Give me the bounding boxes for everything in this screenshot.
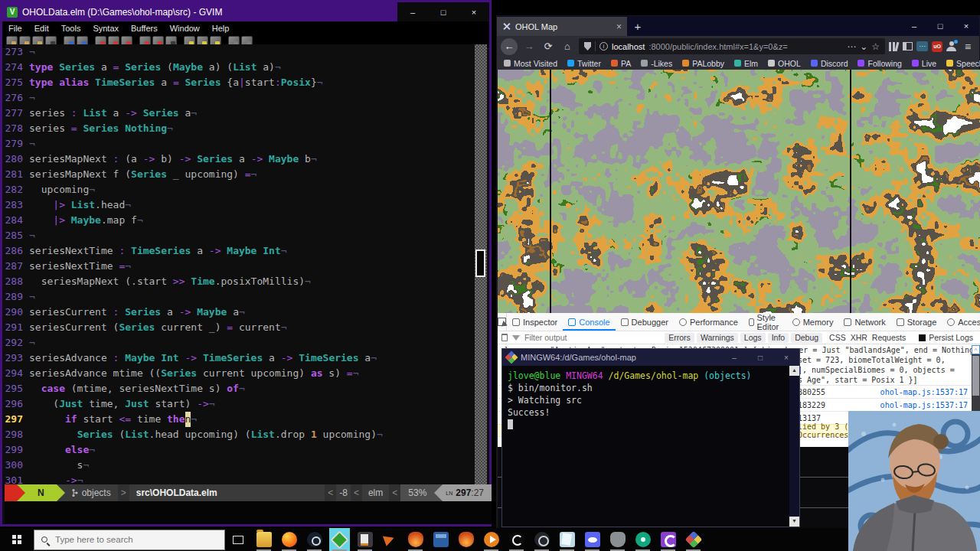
code-line[interactable]: 290seriesCurrent : Series a -> Maybe a¬ — [5, 305, 475, 320]
code-line[interactable]: 282 upcoming¬ — [5, 182, 475, 197]
code-line[interactable]: 273¬ — [5, 44, 475, 60]
account-icon[interactable] — [946, 41, 956, 51]
pick-element-icon[interactable] — [498, 313, 507, 331]
back-button[interactable]: ← — [501, 38, 518, 55]
gvim-text-area[interactable]: 273¬274type Series a = Series (Maybe a) … — [5, 44, 475, 487]
taskbar-app-discord[interactable] — [582, 528, 603, 551]
gvim-maximize-button[interactable]: □ — [428, 2, 459, 21]
filter-debug[interactable]: Debug — [791, 333, 822, 343]
scroll-down-arrow[interactable]: ▼ — [789, 517, 799, 527]
code-line[interactable]: 274type Series a = Series (Maybe a) (Lis… — [5, 60, 475, 75]
terminal-maximize-button[interactable]: □ — [747, 349, 773, 366]
log-source-link[interactable]: ohol-map.js:1537:17 — [880, 388, 968, 396]
code-line[interactable]: 295 case (mtime, seriesNextTime s) of¬ — [5, 381, 475, 396]
taskbar-app-obs[interactable] — [531, 528, 552, 551]
screenshot-addon-icon[interactable]: ⋯ — [916, 41, 928, 51]
devtools-tab-inspector[interactable]: Inspector — [507, 313, 563, 331]
devtools-tab-storage[interactable]: Storage — [891, 313, 942, 331]
code-line[interactable]: 281seriesMapNext f (Series _ upcoming) =… — [5, 167, 475, 182]
bookmark-likes[interactable]: -Likes — [641, 59, 672, 68]
gvim-close-button[interactable]: × — [459, 2, 489, 21]
code-line[interactable]: 300 s¬ — [5, 458, 475, 473]
scroll-up-arrow[interactable]: ▲ — [789, 366, 799, 376]
tab-close-icon[interactable]: × — [616, 21, 622, 32]
menu-syntax[interactable]: Syntax — [87, 24, 125, 33]
devtools-scroll-top-button[interactable]: ˄ — [972, 345, 980, 354]
taskbar-app-pa-flame[interactable] — [405, 528, 426, 551]
filter-logs[interactable]: Logs — [740, 333, 766, 343]
new-tab-button[interactable]: + — [627, 17, 648, 36]
site-info-icon[interactable]: i — [599, 42, 608, 51]
devtools-tab-performance[interactable]: Performance — [674, 313, 743, 331]
home-button[interactable]: ⌂ — [560, 41, 575, 52]
library-icon[interactable] — [889, 42, 899, 51]
menu-window[interactable]: Window — [164, 24, 206, 33]
devtools-tab-memory[interactable]: Memory — [787, 313, 839, 331]
bookmark-discord[interactable]: Discord — [811, 59, 848, 68]
gvim-scrollbar-thumb[interactable] — [475, 249, 485, 277]
bookmark-elm[interactable]: Elm — [734, 59, 758, 68]
bookmark-live[interactable]: Live — [912, 59, 936, 68]
menu-file[interactable]: File — [2, 24, 28, 33]
gvim-scrollbar[interactable] — [475, 44, 487, 487]
filter-warnings[interactable]: Warnings — [697, 333, 738, 343]
code-line[interactable]: 283 |> List.head¬ — [5, 197, 475, 213]
code-line[interactable]: 287seriesNextTime =¬ — [5, 259, 475, 274]
code-line[interactable]: 291seriesCurrent (Series current _) = cu… — [5, 320, 475, 335]
code-line[interactable]: 292¬ — [5, 335, 475, 350]
firefox-close-button[interactable]: × — [953, 16, 979, 36]
taskbar-app-media-player[interactable] — [481, 528, 501, 551]
taskbar-app-steam[interactable] — [304, 528, 325, 551]
taskbar-app-file-explorer[interactable] — [253, 528, 274, 551]
gvim-minimize-button[interactable]: – — [397, 2, 428, 21]
start-button[interactable] — [0, 528, 34, 551]
terminal-scrollbar[interactable]: ▲ ▼ — [789, 366, 799, 527]
code-line[interactable]: 289¬ — [5, 289, 475, 305]
code-line[interactable]: 296 (Just time, Just start) ->¬ — [5, 396, 475, 412]
pocket-icon[interactable]: ⌄ — [860, 41, 867, 52]
bookmark-speechchat[interactable]: SpeechChat — [946, 59, 980, 68]
taskbar-app-notepad[interactable] — [354, 528, 375, 551]
devtools-tab-accessibility[interactable]: Accessibility — [942, 313, 980, 331]
taskbar-app-notes[interactable] — [557, 528, 577, 551]
code-line[interactable]: 298 Series (List.head upcoming) (List.dr… — [5, 427, 475, 442]
terminal-minimize-button[interactable]: – — [721, 349, 747, 366]
bookmark-twitter[interactable]: Twitter — [567, 59, 601, 68]
tracking-shield-icon[interactable] — [584, 42, 591, 51]
map-viewport[interactable] — [498, 70, 980, 313]
search-input[interactable] — [54, 534, 191, 545]
firefox-minimize-button[interactable]: – — [901, 16, 927, 36]
firefox-maximize-button[interactable]: □ — [927, 16, 953, 36]
bookmark-pa[interactable]: PA — [611, 59, 631, 68]
filter-info[interactable]: Info — [768, 333, 789, 343]
taskbar-app-visual-studio[interactable] — [430, 528, 451, 551]
gvim-titlebar[interactable]: V OHOLData.elm (D:\Games\ohol-map\src) -… — [2, 2, 489, 21]
reload-button[interactable]: ⟳ — [541, 41, 556, 52]
hamburger-menu-icon[interactable]: ≡ — [960, 41, 975, 53]
code-line[interactable]: 276¬ — [5, 90, 475, 106]
filter-requests[interactable]: Requests — [872, 333, 906, 342]
task-view-button[interactable] — [225, 536, 251, 544]
bookmark-following[interactable]: Following — [858, 59, 901, 68]
bookmark-palobby[interactable]: PALobby — [682, 59, 724, 68]
taskbar-app-pa-flame-2[interactable] — [456, 528, 476, 551]
terminal-titlebar[interactable]: MINGW64:/d/Games/ohol-map – □ × — [502, 349, 799, 366]
code-line[interactable]: 275type alias TimeSeries a = Series {a|s… — [5, 75, 475, 90]
code-line[interactable]: 297 if start <= time then¬ — [5, 412, 475, 427]
menu-tools[interactable]: Tools — [55, 24, 87, 33]
biome-map-canvas[interactable] — [498, 70, 980, 313]
persist-logs-toggle[interactable]: Persist Logs — [919, 333, 973, 342]
browser-tab-ohol-map[interactable]: OHOL Map × — [497, 17, 627, 36]
filter-output-placeholder[interactable]: Filter output — [524, 333, 567, 342]
filter-errors[interactable]: Errors — [665, 333, 694, 343]
page-actions-icon[interactable]: ⋯ — [847, 41, 856, 52]
url-bar[interactable]: i localhost :8000/public/index.html#x=1&… — [579, 38, 885, 54]
taskbar-app-gvim[interactable] — [329, 528, 350, 551]
bookmark-star-icon[interactable]: ☆ — [871, 41, 880, 52]
code-line[interactable]: 286seriesNextTime : TimeSeries a -> Mayb… — [5, 243, 475, 259]
clear-console-icon[interactable] — [501, 334, 508, 341]
devtools-scrollbar-thumb[interactable] — [972, 356, 979, 396]
taskbar-app-chatty[interactable] — [658, 528, 678, 551]
persist-logs-checkbox[interactable] — [919, 334, 926, 341]
menu-help[interactable]: Help — [206, 24, 236, 33]
